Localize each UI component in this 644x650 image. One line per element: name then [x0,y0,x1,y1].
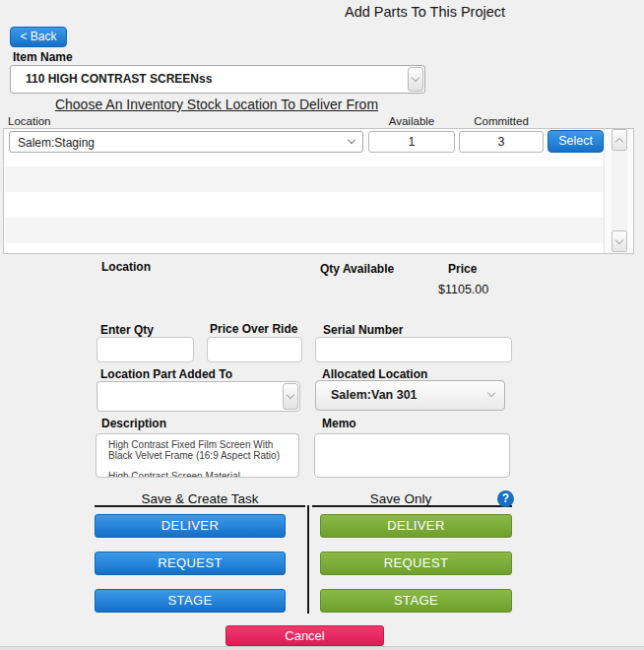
window-bottom-edge [0,646,644,650]
allocated-location-value: Salem:Van 301 [331,388,418,402]
task-deliver-button[interactable]: DELIVER [95,514,286,538]
location-part-added-label: Location Part Added To [100,367,232,381]
scroll-up-icon[interactable] [612,129,627,151]
column-header-location: Location [8,115,50,127]
stock-location-select[interactable]: Salem:Staging [9,131,363,153]
page-title: Add Parts To This Project [345,4,542,20]
description-textarea[interactable]: High Contrast Fixed Film Screen With Bla… [96,433,299,478]
enter-qty-label: Enter Qty [100,323,154,337]
empty-row [5,218,604,243]
save-only-heading: Save Only [312,491,489,506]
available-input[interactable] [368,131,455,153]
empty-row [5,166,604,192]
description-label: Description [101,417,166,430]
qty-available-label: Qty Available [320,262,394,276]
committed-input[interactable] [459,131,544,153]
save-stage-button[interactable]: STAGE [320,589,512,613]
save-only-underline [312,505,512,507]
serial-number-label: Serial Number [323,323,403,337]
column-header-available: Available [368,115,455,127]
back-button[interactable]: < Back [10,27,67,47]
memo-label: Memo [322,417,356,430]
empty-row [5,243,604,253]
inventory-heading: Choose An Inventory Stock Location To De… [20,97,414,112]
allocated-location-select[interactable]: Salem:Van 301 [315,380,505,411]
save-request-button[interactable]: REQUEST [320,552,512,575]
memo-textarea[interactable] [314,433,510,478]
chevron-down-icon[interactable] [408,67,423,92]
scroll-down-icon[interactable] [612,230,627,252]
item-name-value: 110 HIGH CONTRAST SCREENss [26,72,212,86]
stock-location-value: Salem:Staging [18,136,95,150]
list-scrollbar[interactable] [604,129,633,253]
empty-row [5,192,604,218]
price-value: $1105.00 [438,283,488,296]
item-name-label: Item Name [13,50,73,64]
detail-location-label: Location [101,260,151,274]
enter-qty-input[interactable] [97,337,194,362]
help-icon[interactable]: ? [497,490,514,507]
select-button[interactable]: Select [547,130,604,153]
serial-number-input[interactable] [315,337,512,362]
price-override-input[interactable] [207,337,302,362]
scrollbar-track[interactable] [612,151,627,230]
item-name-select[interactable]: 110 HIGH CONTRAST SCREENss [10,65,425,94]
section-divider [307,505,309,614]
chevron-down-icon [487,389,495,397]
location-part-added-select[interactable] [97,381,300,412]
allocated-location-label: Allocated Location [322,367,427,381]
price-label: Price [448,262,477,276]
save-deliver-button[interactable]: DELIVER [320,514,512,538]
task-stage-button[interactable]: STAGE [95,589,286,613]
cancel-button[interactable]: Cancel [225,625,384,646]
chevron-down-icon [348,136,355,144]
save-create-task-heading: Save & Create Task [95,491,305,506]
column-header-committed: Committed [459,115,544,127]
stock-location-list: Salem:Staging Select [3,128,634,254]
add-parts-dialog: Add Parts To This Project < Back Item Na… [0,0,644,650]
task-request-button[interactable]: REQUEST [95,552,286,575]
price-override-label: Price Over Ride [210,322,297,336]
save-create-underline [95,505,305,507]
chevron-down-icon[interactable] [283,383,298,410]
